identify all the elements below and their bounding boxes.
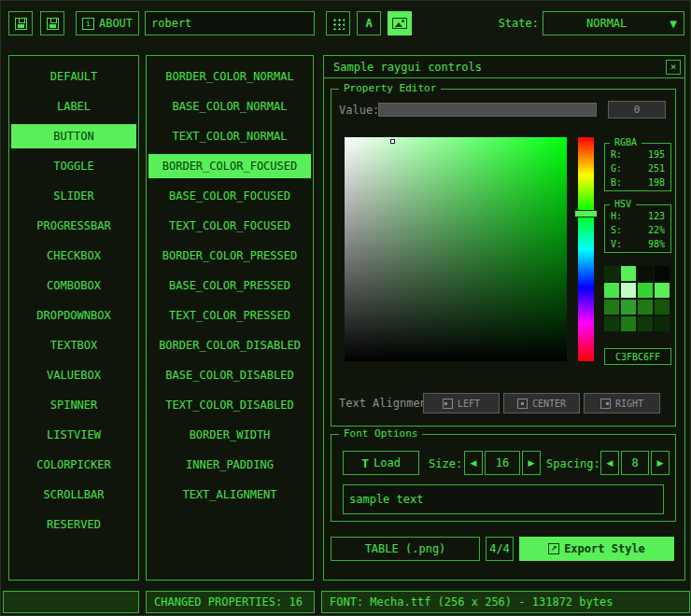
list-item[interactable]: COMBOBOX: [9, 271, 138, 301]
style-color-swatch[interactable]: [655, 300, 670, 315]
list-item[interactable]: BORDER_COLOR_PRESSED: [147, 241, 313, 271]
style-color-swatch[interactable]: [638, 316, 653, 331]
align-right-icon: [600, 399, 611, 409]
list-item[interactable]: LISTVIEW: [9, 420, 138, 450]
value-label: Value:: [339, 104, 379, 117]
list-item[interactable]: PROGRESSBAR: [9, 211, 138, 241]
color-saturation-value-picker[interactable]: [345, 137, 567, 361]
align-left-button[interactable]: LEFT: [423, 393, 500, 413]
list-item[interactable]: BORDER_COLOR_FOCUSED: [147, 151, 313, 181]
style-color-swatch[interactable]: [621, 316, 636, 331]
list-item[interactable]: BASE_COLOR_DISABLED: [147, 360, 313, 390]
list-item[interactable]: BASE_COLOR_PRESSED: [147, 271, 313, 301]
list-item[interactable]: TEXT_COLOR_PRESSED: [147, 301, 313, 330]
list-item[interactable]: TEXT_COLOR_FOCUSED: [147, 211, 313, 241]
style-name-input[interactable]: [145, 11, 315, 35]
list-item[interactable]: RESERVED: [9, 510, 138, 539]
list-item[interactable]: BORDER_WIDTH: [147, 420, 313, 450]
size-value-box[interactable]: 16: [485, 451, 520, 475]
spacing-increase-button[interactable]: ▶: [651, 451, 670, 475]
list-item[interactable]: TEXT_COLOR_NORMAL: [147, 121, 313, 151]
hue-slider[interactable]: [578, 137, 594, 361]
sample-window-titlebar[interactable]: Sample raygui controls ×: [324, 56, 684, 78]
value-slider[interactable]: [378, 103, 597, 117]
list-item[interactable]: TEXT_COLOR_DISABLED: [147, 390, 313, 420]
hsv-group: HSV H: 123 S: 22% V: 98%: [604, 204, 671, 253]
chevron-down-icon: ▼: [670, 19, 684, 29]
list-item[interactable]: TOGGLE: [9, 151, 138, 181]
list-item[interactable]: VALUEBOX: [9, 360, 138, 390]
style-color-swatch[interactable]: [638, 300, 653, 315]
save-disk-icon: [47, 18, 59, 30]
style-color-swatch[interactable]: [638, 266, 653, 281]
save-style-button[interactable]: [40, 11, 64, 35]
size-increase-button[interactable]: ▶: [522, 451, 541, 475]
property-editor-group-label: Property Editor: [339, 82, 441, 94]
load-style-button[interactable]: [8, 11, 33, 35]
style-color-swatch[interactable]: [604, 300, 619, 315]
style-color-swatch[interactable]: [604, 316, 619, 331]
style-color-swatch[interactable]: [655, 283, 670, 298]
list-item[interactable]: SLIDER: [9, 181, 138, 211]
text-t-icon: T: [361, 456, 369, 470]
state-dropdown[interactable]: NORMAL ▼: [543, 11, 684, 35]
list-item[interactable]: TEXT_ALIGNMENT: [147, 480, 313, 510]
list-item[interactable]: DROPDOWNBOX: [9, 301, 138, 330]
align-right-label: RIGHT: [615, 399, 643, 409]
export-style-button[interactable]: ↗ Export Style: [519, 537, 674, 561]
hex-color-input[interactable]: C3FBC6FF: [604, 348, 671, 365]
close-icon[interactable]: ×: [666, 60, 681, 75]
list-item[interactable]: INNER_PADDING: [147, 450, 313, 480]
statusbar-changed-properties: CHANGED PROPERTIES: 16: [146, 591, 315, 613]
style-colors-palette: [604, 266, 670, 331]
export-count-box[interactable]: 4/4: [486, 537, 514, 561]
list-item[interactable]: BASE_COLOR_NORMAL: [147, 91, 313, 121]
b-value: 198: [648, 176, 665, 189]
color-picker-cursor[interactable]: [390, 139, 395, 144]
sample-text-input[interactable]: sample text: [343, 484, 664, 514]
style-color-swatch[interactable]: [604, 283, 619, 298]
about-button[interactable]: i ABOUT: [76, 11, 139, 35]
align-left-label: LEFT: [458, 399, 480, 409]
style-color-swatch[interactable]: [655, 316, 670, 331]
list-item[interactable]: BUTTON: [9, 121, 138, 151]
spacing-decrease-button[interactable]: ◀: [600, 451, 619, 475]
style-color-swatch[interactable]: [638, 283, 653, 298]
font-view-button[interactable]: A: [357, 11, 381, 35]
s-label: S:: [611, 224, 622, 236]
style-color-swatch[interactable]: [655, 266, 670, 281]
list-item[interactable]: BASE_COLOR_FOCUSED: [147, 181, 313, 211]
list-item[interactable]: TEXTBOX: [9, 330, 138, 360]
align-center-button[interactable]: CENTER: [503, 393, 580, 413]
font-load-button[interactable]: T Load: [343, 451, 419, 475]
chevron-left-icon: ◀: [471, 459, 477, 468]
list-item[interactable]: BORDER_COLOR_DISABLED: [147, 330, 313, 360]
hue-slider-handle[interactable]: [574, 210, 598, 217]
list-item[interactable]: SCROLLBAR: [9, 480, 138, 510]
size-decrease-button[interactable]: ◀: [464, 451, 483, 475]
rguistyler-window: i ABOUT A State: NORMAL ▼ DEFAULTLABELBU…: [0, 0, 691, 616]
align-left-icon: [443, 399, 453, 409]
align-right-button[interactable]: RIGHT: [584, 393, 660, 413]
list-item[interactable]: DEFAULT: [9, 62, 138, 91]
style-color-swatch[interactable]: [621, 300, 636, 315]
state-label: State:: [492, 11, 539, 35]
list-item[interactable]: COLORPICKER: [9, 450, 138, 480]
font-load-label: Load: [374, 456, 401, 469]
list-item[interactable]: SPINNER: [9, 390, 138, 420]
export-format-button[interactable]: TABLE (.png): [331, 537, 480, 561]
value-box[interactable]: 0: [608, 101, 666, 119]
spacing-value-box[interactable]: 8: [621, 451, 649, 475]
style-color-swatch[interactable]: [604, 266, 619, 281]
style-table-view-button[interactable]: [326, 11, 350, 35]
style-color-swatch[interactable]: [621, 283, 636, 298]
load-disk-icon: [15, 18, 27, 30]
align-center-label: CENTER: [532, 399, 566, 409]
list-item[interactable]: LABEL: [9, 91, 138, 121]
list-item[interactable]: CHECKBOX: [9, 241, 138, 271]
list-item[interactable]: BORDER_COLOR_NORMAL: [147, 62, 313, 91]
hsv-v-row: V: 98%: [605, 237, 670, 251]
style-color-swatch[interactable]: [621, 266, 636, 281]
rgba-g-row: G: 251: [605, 161, 670, 175]
controls-view-button[interactable]: [388, 11, 412, 35]
